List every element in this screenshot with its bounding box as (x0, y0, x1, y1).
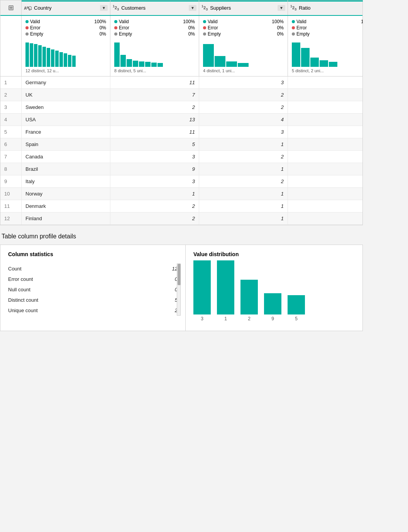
value-valid-suppliers: 100% (272, 19, 284, 24)
cell-country-10: Denmark (22, 200, 110, 212)
col-header-index: ⊞ (0, 0, 22, 15)
bar-ratio-2 (301, 48, 310, 67)
stat-row: Unique count 2 (8, 305, 178, 316)
col-header-country-dropdown[interactable]: ▼ (100, 5, 108, 11)
profile-stat-valid-customers: Valid 100% (114, 19, 195, 24)
data-rows-container: 1 Germany 11 3 3 2 UK 7 2 3 3 Sweden 2 2… (0, 76, 362, 225)
table-row: 10 Norway 1 1 1 (0, 188, 362, 200)
cell-suppliers-2: 2 (199, 101, 288, 113)
profile-stat-error-ratio: Error 0% (292, 25, 363, 31)
bar-country-12 (72, 56, 76, 67)
table-row: 7 Canada 3 2 1 (0, 151, 362, 163)
profile-stat-empty-ratio: Empty 0% (292, 31, 363, 37)
label-empty-ratio: Empty (296, 31, 363, 37)
cell-suppliers-11: 1 (199, 212, 288, 224)
table-row: 9 Italy 3 2 1 (0, 175, 362, 188)
accent-bar-ratio (288, 0, 363, 2)
label-valid-suppliers: Valid (208, 19, 270, 24)
table-row: 8 Brazil 9 1 9 (0, 163, 362, 175)
bar-customers-5 (139, 61, 144, 67)
val-bar-label-1: 1 (224, 316, 227, 321)
accent-bar-suppliers (199, 0, 288, 2)
cell-suppliers-6: 2 (199, 151, 288, 163)
profile-cell-country: Valid 100% Error 0% Empty 0% (22, 16, 110, 76)
distinct-label-customers: 8 distinct, 5 uni... (114, 68, 195, 73)
cell-ratio-5: 5 (288, 138, 363, 150)
dot-valid-ratio (292, 20, 295, 23)
cell-country-0: Germany (22, 76, 110, 88)
val-bar-5 (288, 295, 305, 314)
stat-row: Distinct count 5 (8, 295, 178, 305)
cell-ratio-8: 1 (288, 175, 363, 187)
stat-label-4: Unique count (8, 308, 38, 313)
cell-suppliers-1: 2 (199, 89, 288, 101)
profile-stat-empty-suppliers: Empty 0% (203, 31, 284, 37)
cell-country-3: USA (22, 114, 110, 126)
value-error-country: 0% (100, 25, 106, 31)
bar-country-6 (47, 48, 50, 67)
scrollbar-track[interactable] (177, 263, 181, 316)
table-row: 5 France 11 3 3 (0, 126, 362, 138)
label-empty-country: Empty (30, 31, 98, 37)
cell-country-11: Finland (22, 212, 110, 224)
val-bar-label-2: 2 (248, 316, 251, 321)
col-header-suppliers-dropdown[interactable]: ▼ (278, 5, 285, 11)
table-row: 6 Spain 5 1 5 (0, 138, 362, 151)
cell-country-4: France (22, 126, 110, 138)
label-valid-ratio: Valid (296, 19, 359, 24)
cell-ratio-10: 2 (288, 200, 363, 212)
cell-index-8: 9 (0, 175, 22, 187)
col-header-country: A B C Country ▼ (22, 0, 110, 15)
col-type-icon-country: A B C (24, 5, 32, 12)
cell-country-6: Canada (22, 151, 110, 163)
cell-index-10: 11 (0, 200, 22, 212)
dot-empty-customers (114, 32, 117, 36)
cell-country-8: Italy (22, 175, 110, 187)
table-row: 1 Germany 11 3 3 (0, 76, 362, 89)
main-container: ⊞ A B C Country ▼ (0, 0, 363, 331)
val-dist-chart: 3 1 2 9 5 (193, 263, 355, 321)
col-header-suppliers-name: Suppliers (210, 5, 276, 11)
value-empty-suppliers: 0% (277, 31, 284, 37)
value-valid-country: 100% (94, 19, 106, 24)
cell-index-2: 3 (0, 101, 22, 113)
distinct-label-country: 12 distinct, 12 u... (25, 68, 106, 73)
bar-customers-1 (114, 42, 120, 67)
bar-customers-7 (151, 63, 157, 67)
cell-index-1: 2 (0, 89, 22, 101)
cell-suppliers-8: 2 (199, 175, 288, 187)
dot-valid-suppliers (203, 20, 206, 23)
val-bar-wrap-3: 2 (240, 280, 258, 321)
profile-stat-valid-ratio: Valid 100% (292, 19, 363, 24)
col-type-icon-ratio: 123 (290, 4, 296, 11)
scrollbar-thumb[interactable] (178, 264, 181, 285)
table-row: 12 Finland 2 1 2 (0, 212, 362, 225)
col-header-customers-dropdown[interactable]: ▼ (189, 5, 196, 11)
dot-error-country (25, 26, 29, 29)
val-dist-title: Value distribution (193, 251, 355, 257)
label-error-country: Error (30, 25, 98, 31)
cell-index-11: 12 (0, 212, 22, 224)
dot-empty-country (25, 32, 29, 36)
cell-customers-1: 7 (110, 89, 199, 101)
label-error-customers: Error (119, 25, 187, 31)
cell-customers-4: 11 (110, 126, 199, 138)
cell-customers-10: 2 (110, 200, 199, 212)
val-bar-label-5: 5 (295, 316, 298, 321)
cell-ratio-6: 1 (288, 151, 363, 163)
label-error-suppliers: Error (208, 25, 276, 31)
profile-cell-customers: Valid 100% Error 0% Empty 0% (110, 16, 199, 76)
bar-suppliers-1 (203, 44, 214, 67)
bar-country-11 (68, 55, 71, 67)
bar-country-1 (25, 42, 29, 67)
column-headers: ⊞ A B C Country ▼ (0, 0, 362, 16)
bar-country-5 (42, 47, 46, 67)
cell-country-2: Sweden (22, 101, 110, 113)
cell-ratio-9: 1 (288, 188, 363, 200)
profile-cell-index (0, 16, 22, 76)
val-bar-wrap-5: 5 (288, 295, 305, 321)
col-header-ratio-name: Ratio (299, 5, 363, 11)
dot-empty-suppliers (203, 32, 206, 36)
label-valid-customers: Valid (119, 19, 181, 24)
profile-details: Column statistics Count 12 Error count 0… (0, 245, 363, 331)
